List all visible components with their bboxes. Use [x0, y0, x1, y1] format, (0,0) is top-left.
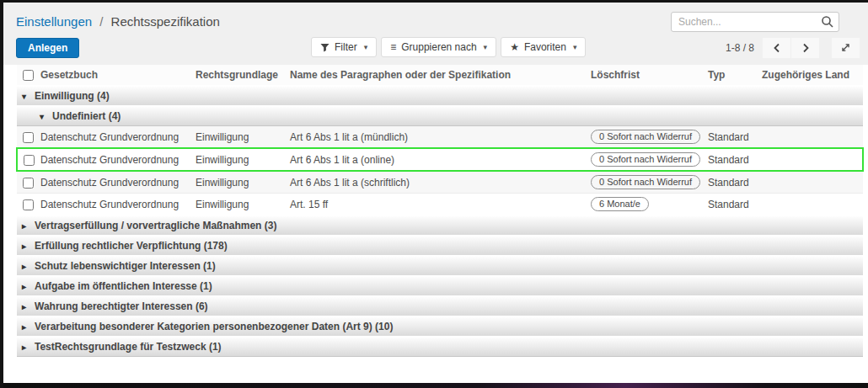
- group-label: Wahrung berechtigter Interessen (6): [35, 300, 208, 312]
- chevron-left-icon: [772, 43, 782, 53]
- group-row[interactable]: ▸Erfüllung rechtlicher Verpflichtung (17…: [17, 236, 863, 256]
- cell-typ: Standard: [705, 171, 758, 194]
- caret-down-icon: ▾: [364, 43, 368, 51]
- group-row[interactable]: ▾Undefiniert (4): [17, 106, 863, 126]
- breadcrumb-separator: /: [99, 14, 103, 29]
- column-header-gesetzbuch[interactable]: Gesetzbuch: [37, 65, 192, 86]
- favorites-button[interactable]: ★ Favoriten ▾: [501, 37, 586, 57]
- cell-gesetzbuch: Datenschutz Grundverordnung: [37, 171, 192, 194]
- chevron-down-icon: ▾: [40, 112, 52, 121]
- group-label: Undefiniert (4): [52, 110, 121, 122]
- loeschfrist-badge: 0 Sofort nach Widerruf: [591, 175, 700, 189]
- filter-button-label: Filter: [335, 41, 357, 53]
- chevron-right-icon: ▸: [22, 242, 35, 251]
- search-input[interactable]: [671, 12, 839, 32]
- cell-loeschfrist: 0 Sofort nach Widerruf: [587, 148, 705, 171]
- cell-name: Art 6 Abs 1 lit a (online): [287, 148, 587, 171]
- cell-land: [758, 171, 863, 194]
- cell-rechtsgrundlage: Einwilligung: [192, 126, 287, 149]
- pager-previous-button[interactable]: [763, 38, 790, 58]
- group-label: TestRechtsgrundlage für Testzweck (1): [35, 341, 222, 353]
- cell-gesetzbuch: Datenschutz Grundverordnung: [37, 148, 192, 171]
- chevron-right-icon: ▸: [22, 262, 35, 271]
- cell-loeschfrist: 0 Sofort nach Widerruf: [587, 171, 705, 194]
- loeschfrist-badge: 6 Monat/e: [591, 197, 649, 211]
- chevron-right-icon: ▸: [22, 221, 35, 231]
- create-button[interactable]: Anlegen: [16, 38, 79, 58]
- pager-next-button[interactable]: [791, 38, 819, 58]
- expand-button[interactable]: [832, 38, 860, 58]
- row-checkbox[interactable]: [23, 132, 34, 143]
- group-label: Schutz lebenswichtiger Interessen (1): [35, 260, 216, 272]
- caret-down-icon: ▾: [573, 43, 577, 51]
- table-row[interactable]: Datenschutz GrundverordnungEinwilligungA…: [17, 194, 863, 216]
- table-row[interactable]: Datenschutz GrundverordnungEinwilligungA…: [17, 148, 863, 171]
- pager: 1-8 / 8: [726, 38, 860, 58]
- chevron-right-icon: [801, 43, 811, 53]
- cell-typ: Standard: [705, 126, 758, 149]
- row-checkbox[interactable]: [23, 178, 34, 189]
- breadcrumb-parent-link[interactable]: Einstellungen: [16, 14, 92, 29]
- cell-rechtsgrundlage: Einwilligung: [192, 171, 287, 194]
- app-window: Einstellungen / Rechtsspezifikation Anle…: [0, 0, 868, 388]
- filter-button[interactable]: Filter ▾: [311, 37, 377, 57]
- loeschfrist-badge: 0 Sofort nach Widerruf: [591, 152, 700, 167]
- cell-gesetzbuch: Datenschutz Grundverordnung: [37, 126, 192, 149]
- column-header-land[interactable]: Zugehöriges Land: [758, 65, 863, 86]
- breadcrumb: Einstellungen / Rechtsspezifikation: [16, 14, 220, 29]
- filter-toolbar: Filter ▾ ≡ Gruppieren nach ▾ ★ Favoriten…: [311, 37, 586, 57]
- group-row[interactable]: ▾Einwilligung (4): [17, 86, 863, 106]
- search-box: [671, 12, 839, 32]
- funnel-icon: [320, 43, 330, 52]
- chevron-right-icon: ▸: [22, 302, 35, 311]
- cell-typ: Standard: [705, 148, 758, 171]
- cell-loeschfrist: 0 Sofort nach Widerruf: [587, 126, 705, 149]
- row-checkbox[interactable]: [24, 155, 35, 166]
- column-header-loeschfrist[interactable]: Löschfrist: [587, 65, 705, 86]
- group-label: Erfüllung rechtlicher Verpflichtung (178…: [35, 240, 228, 252]
- list-body: ▾Einwilligung (4)▾Undefiniert (4)Datensc…: [17, 86, 863, 357]
- column-header-rechtsgrundlage[interactable]: Rechtsgrundlage: [192, 65, 287, 86]
- chevron-right-icon: ▸: [22, 282, 35, 291]
- group-row[interactable]: ▸Verarbeitung besonderer Kategorien pers…: [17, 316, 863, 337]
- cell-rechtsgrundlage: Einwilligung: [192, 148, 287, 171]
- group-by-button-label: Gruppieren nach: [401, 41, 476, 53]
- cell-rechtsgrundlage: Einwilligung: [192, 194, 287, 216]
- cell-name: Art 6 Abs 1 lit a (mündlich): [287, 126, 587, 149]
- select-all-checkbox[interactable]: [23, 70, 34, 81]
- list-icon: ≡: [390, 42, 396, 52]
- chevron-down-icon: ▾: [22, 92, 35, 101]
- expand-diagonal-icon: [840, 42, 851, 53]
- control-panel: Einstellungen / Rechtsspezifikation Anle…: [3, 3, 868, 65]
- column-header-typ[interactable]: Typ: [705, 65, 758, 86]
- group-label: Vertragserfüllung / vorvertragliche Maßn…: [35, 220, 276, 231]
- group-row[interactable]: ▸Aufgabe im öffentlichen Interesse (1): [17, 276, 863, 296]
- group-row[interactable]: ▸Wahrung berechtigter Interessen (6): [17, 296, 863, 316]
- table-row[interactable]: Datenschutz GrundverordnungEinwilligungA…: [17, 126, 863, 149]
- group-row[interactable]: ▸TestRechtsgrundlage für Testzweck (1): [17, 337, 863, 357]
- records-list: Gesetzbuch Rechtsgrundlage Name des Para…: [16, 65, 864, 357]
- table-row[interactable]: Datenschutz GrundverordnungEinwilligungA…: [17, 171, 863, 194]
- group-label: Verarbeitung besonderer Kategorien perso…: [35, 321, 393, 332]
- loeschfrist-badge: 0 Sofort nach Widerruf: [591, 130, 700, 144]
- pager-range: 1-8 / 8: [726, 42, 754, 54]
- cell-gesetzbuch: Datenschutz Grundverordnung: [37, 194, 192, 216]
- table-header-row: Gesetzbuch Rechtsgrundlage Name des Para…: [17, 65, 863, 86]
- cell-land: [758, 126, 863, 149]
- star-icon: ★: [510, 42, 519, 52]
- group-row[interactable]: ▸Vertragserfüllung / vorvertragliche Maß…: [17, 215, 863, 236]
- row-checkbox[interactable]: [23, 199, 34, 210]
- column-header-name[interactable]: Name des Paragraphen oder der Spezifikat…: [287, 65, 587, 86]
- caret-down-icon: ▾: [484, 43, 488, 51]
- chevron-right-icon: ▸: [22, 343, 35, 352]
- group-by-button[interactable]: ≡ Gruppieren nach ▾: [381, 37, 496, 57]
- favorites-button-label: Favoriten: [524, 41, 566, 53]
- chevron-right-icon: ▸: [22, 322, 35, 332]
- group-label: Einwilligung (4): [35, 90, 110, 102]
- search-icon[interactable]: [821, 15, 834, 29]
- cell-loeschfrist: 6 Monat/e: [587, 194, 705, 216]
- cell-typ: Standard: [705, 194, 758, 216]
- cell-land: [758, 148, 863, 171]
- cell-name: Art 6 Abs 1 lit a (schriftlich): [287, 171, 587, 194]
- group-row[interactable]: ▸Schutz lebenswichtiger Interessen (1): [17, 256, 863, 276]
